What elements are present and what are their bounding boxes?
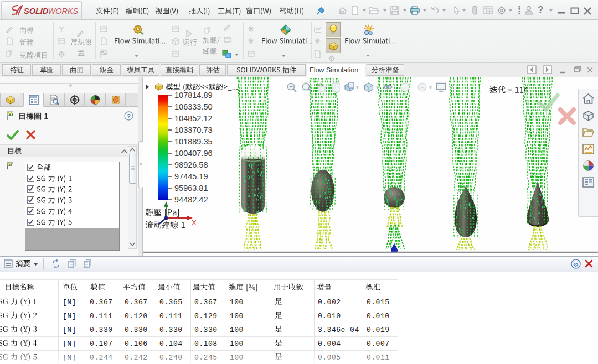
svg-text:SOLID: SOLID bbox=[24, 7, 49, 15]
svg-text:WORKS: WORKS bbox=[48, 7, 79, 15]
svg-text:?: ? bbox=[127, 113, 131, 119]
svg-text:X: X bbox=[192, 219, 197, 227]
